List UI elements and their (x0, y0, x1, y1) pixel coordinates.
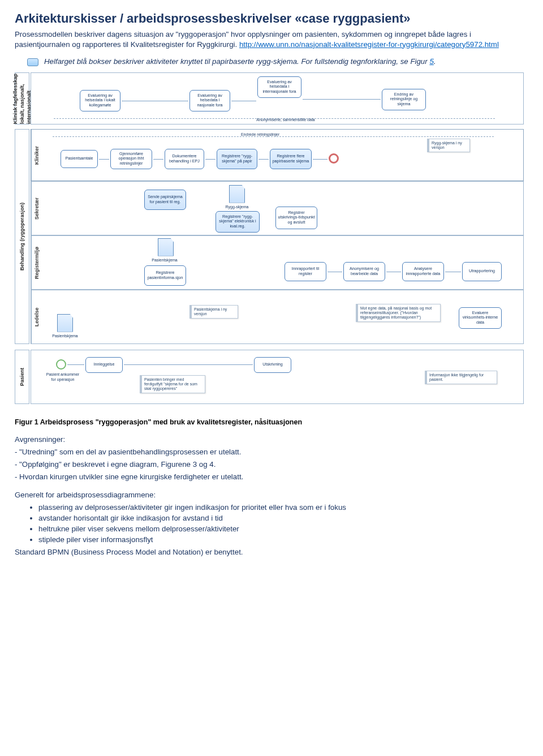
box-eval-lokalt: Evaluering av helsedata i lokalt kollega… (80, 90, 120, 111)
box-registrere-ryggskjema-papir: Registrere "rygg-skjema" på papir (217, 149, 257, 169)
arrow (124, 364, 253, 365)
box-innrapportert: Innrapportert til register (285, 262, 326, 281)
arrow (205, 159, 216, 160)
limits-heading: Avgrensninger: (15, 435, 528, 445)
box-anonymisere: Anonymisere og bearbeide data (343, 262, 385, 281)
lane-sekretaer: Sekretær Sende papirskjema for pasient t… (31, 181, 524, 235)
arrow (231, 101, 256, 101)
general-bullets: plassering av delprosesser/aktiviteter g… (38, 502, 528, 545)
lane-registermiljo: Registermiljø Pasientskjema Registrere p… (31, 235, 524, 290)
arrow (258, 159, 269, 160)
legend-text: Helfarget blå bokser beskriver aktivitet… (44, 57, 436, 67)
arrow (99, 159, 109, 160)
general-footer: Standard BPMN (Business Process Model an… (15, 547, 528, 557)
general-bullet-1: plassering av delprosesser/aktiviteter g… (38, 502, 528, 513)
arrow (313, 159, 327, 160)
legend-color-box (27, 58, 38, 66)
arrow (153, 159, 163, 160)
general-bullet-3: heltrukne piler viser sekvens mellom del… (38, 524, 528, 534)
arrow (67, 364, 84, 365)
arrow (445, 272, 461, 272)
note-pasientskjema-ny-versjon: Pasientskjema i ny versjon (189, 305, 238, 319)
general-heading: Generelt for arbeidsprosessdiagrammene: (15, 490, 528, 500)
pool-label-pasient: Pasient (15, 350, 29, 404)
label-doc-pasientskjema-ledelse: Pasientskjema (48, 333, 82, 338)
box-utskrivning: Utskrivning (254, 357, 291, 373)
arrow (386, 272, 401, 272)
label-doc-ryggskjema: Rygg-skjema (220, 204, 254, 209)
box-sende-papirskjema: Sende papirskjema for pasient til reg. (144, 190, 186, 210)
label-anonymiserte: Anonymiserte, sammenstilte data (235, 117, 337, 122)
document-pasientskjema-reg (158, 238, 174, 256)
note-ryggskjema-ny-versjon: Rygg-skjema i ny versjon (427, 139, 470, 152)
note-mot-egne-data: Mot egne data, på nasjonal basis og mot … (356, 304, 441, 322)
box-evaluere-virksomhet: Evaluere virksomhets-interne data (459, 307, 502, 329)
legend-text-before: Helfarget blå bokser beskriver aktivitet… (44, 57, 429, 66)
box-eval-nasjonalt: Evaluering av helsedata i nasjonale fora (189, 90, 230, 111)
box-registrer-utskriving: Registrer utskrivings-tidspunkt og avslu… (275, 207, 317, 229)
start-event-pasient (56, 359, 66, 370)
document-ryggskjema (229, 185, 245, 203)
arrow (122, 101, 188, 101)
box-registrere-elektronisk: Registrere "rygg-skjema" elektronisk i k… (216, 211, 260, 233)
lane-ledelse: Ledelse Pasientskjema Pasientskjema i ny… (31, 290, 524, 344)
lane-header-registermiljo: Registermiljø (31, 236, 42, 289)
box-utrapportering: Utrapportering (462, 262, 502, 281)
arrow-dash (53, 136, 494, 137)
box-registrere-pasientinfo: Registrere pasientinforma-sjon (144, 265, 186, 286)
lane-kliniker: Kliniker Endrede retningslinjer Pasients… (31, 129, 524, 181)
note-pasient-skjema: Pasienten bringer med ferdigutfylt "skje… (140, 375, 205, 393)
figure-caption: Figur 1 Arbeidsprosess "ryggoperasjon" m… (15, 418, 528, 427)
limits-line-3: - Hvordan kirurgen utvikler sine egne ki… (15, 472, 528, 482)
lane-header-ledelse: Ledelse (31, 290, 42, 343)
lane-pasient: Pasient ankommer for operasjon Innleggel… (31, 350, 524, 404)
label-doc-pasientskjema-reg: Pasientskjema (148, 257, 182, 263)
box-eval-internasjonalt: Evaluering av helsedata i internasjonale… (257, 76, 301, 98)
pool-label-top: Klinisk fagfellesskap lokalt, nasjonalt,… (15, 72, 29, 124)
bpmn-diagram: Klinisk fagfellesskap lokalt, nasjonalt,… (15, 72, 524, 412)
box-dokumentere-epj: Dokumentere behandling i EPJ (165, 149, 204, 169)
label-pasient-ankommer: Pasient ankommer for operasjon (46, 372, 80, 383)
legend-row: Helfarget blå bokser beskriver aktivitet… (27, 57, 528, 67)
document-pasientskjema-ledelse (57, 314, 73, 332)
box-endring-retningslinje: Endring av retningslinje og skjema (382, 89, 426, 110)
pool-label-mid: Behandling (ryggoperasjon) (15, 129, 29, 344)
box-analysere: Analysere innrapporterte data (402, 262, 444, 281)
arrow (303, 99, 381, 100)
page-title: Arkitekturskisser / arbeidsprosessbeskri… (15, 10, 528, 27)
general-bullet-4: stiplede piler viser informasjonsflyt (38, 535, 528, 545)
box-registrere-flere-papir: Registrere flere papirbaserte skjema (270, 149, 312, 169)
box-gjennomfore-operasjon: Gjennomføre operasjon ihht retningslinje… (110, 149, 152, 169)
lane-header-kliniker: Kliniker (31, 130, 42, 181)
limits-line-2: - "Oppfølging" er beskrevet i egne diagr… (15, 459, 528, 470)
limits-line-1: - "Utredning" som en del av pasientbehan… (15, 447, 528, 457)
legend-figure-link[interactable]: 5 (429, 57, 433, 66)
lane-header-sekretaer: Sekretær (31, 182, 42, 235)
lane-fagfellesskap: Evaluering av helsedata i lokalt kollega… (31, 72, 524, 124)
general-bullet-2: avstander horisontalt gir ikke indikasjo… (38, 513, 528, 523)
end-event-kliniker (329, 153, 339, 164)
box-innleggelse: Innleggelse (85, 357, 123, 373)
note-informasjon-ikke-tilgjengelig: Informasjon ikke tilgjengelig for pasien… (425, 371, 497, 384)
intro-link[interactable]: http://www.unn.no/nasjonalt-kvalitetsreg… (239, 40, 499, 49)
arrow (327, 272, 342, 272)
intro-paragraph: Prosessmodellen beskriver dagens situasj… (15, 29, 528, 50)
box-pasientsamtale: Pasientsamtale (61, 150, 98, 168)
legend-text-after: . (434, 57, 436, 66)
